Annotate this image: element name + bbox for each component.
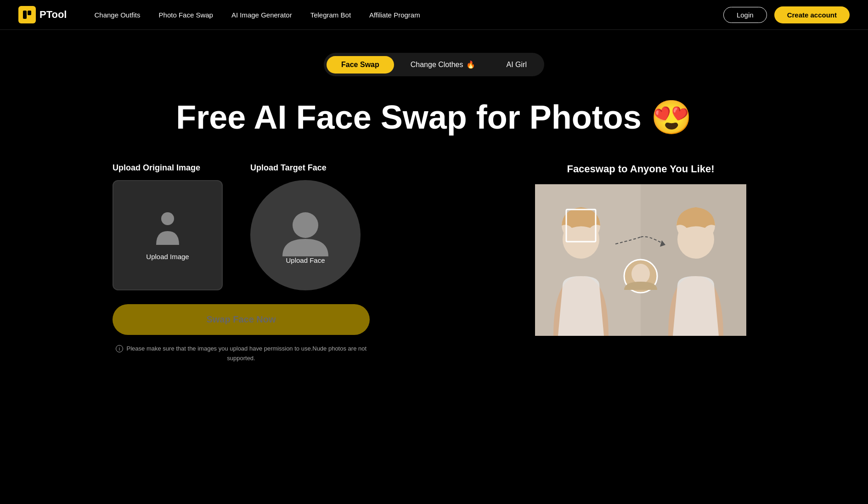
nav-affiliate-program[interactable]: Affiliate Program [369,11,420,19]
nav-ai-image-generator[interactable]: AI Image Generator [231,11,292,19]
info-icon: i [116,345,123,352]
upload-original-text: Upload Image [146,253,189,260]
tab-face-swap[interactable]: Face Swap [327,56,394,74]
preview-title: Faceswap to Anyone You Like! [567,163,714,175]
svg-rect-1 [28,11,31,15]
hero-title: Free AI Face Swap for Photos 😍 [176,99,692,136]
upload-original-label: Upload Original Image [113,163,200,173]
tab-change-clothes[interactable]: Change Clothes 🔥 [396,56,490,74]
nav-telegram-bot[interactable]: Telegram Bot [310,11,351,19]
heart-eyes-emoji: 😍 [651,99,692,136]
swap-face-button[interactable]: Swap Face Now [113,304,370,335]
upload-target-label: Upload Target Face [250,163,327,173]
tab-bar: Face Swap Change Clothes 🔥 AI Girl [324,53,544,76]
fire-icon: 🔥 [466,60,475,69]
nav-change-outfits[interactable]: Change Outfits [94,11,140,19]
svg-point-14 [631,264,650,284]
demo-svg [535,184,746,336]
logo[interactable]: PTool [18,6,67,23]
upload-right: Faceswap to Anyone You Like! [526,163,755,363]
disclaimer: i Please make sure that the images you u… [113,344,370,363]
logo-icon [18,6,36,23]
tab-ai-girl[interactable]: AI Girl [492,56,541,74]
svg-point-3 [293,212,318,238]
navbar: PTool Change Outfits Photo Face Swap AI … [0,0,868,30]
upload-target-text: Upload Face [286,256,325,264]
nav-photo-face-swap[interactable]: Photo Face Swap [159,11,213,19]
disclaimer-text: Please make sure that the images you upl… [127,345,366,362]
upload-target-box[interactable]: Upload Face [250,180,361,290]
main-content: Face Swap Change Clothes 🔥 AI Girl Free … [0,30,868,391]
tab-ai-girl-label: AI Girl [507,61,527,69]
nav-links: Change Outfits Photo Face Swap AI Image … [94,11,723,19]
create-account-button[interactable]: Create account [774,6,850,23]
nav-actions: Login Create account [723,6,850,23]
upload-row: Upload Original Image Upload Image Uploa… [113,163,526,290]
upload-target-col: Upload Target Face Upload Face [250,163,361,290]
person-silhouette-icon [154,210,181,247]
tab-change-clothes-label: Change Clothes [411,61,463,69]
login-button[interactable]: Login [723,7,767,23]
face-silhouette-icon [280,207,331,257]
logo-name: PTool [39,9,67,21]
svg-point-2 [161,212,174,225]
demo-preview-image [535,184,746,336]
svg-rect-0 [23,11,27,19]
upload-left: Upload Original Image Upload Image Uploa… [113,163,526,363]
upload-original-col: Upload Original Image Upload Image [113,163,223,290]
tab-face-swap-label: Face Swap [341,61,379,69]
upload-original-box[interactable]: Upload Image [113,180,223,290]
upload-section: Upload Original Image Upload Image Uploa… [113,163,755,363]
